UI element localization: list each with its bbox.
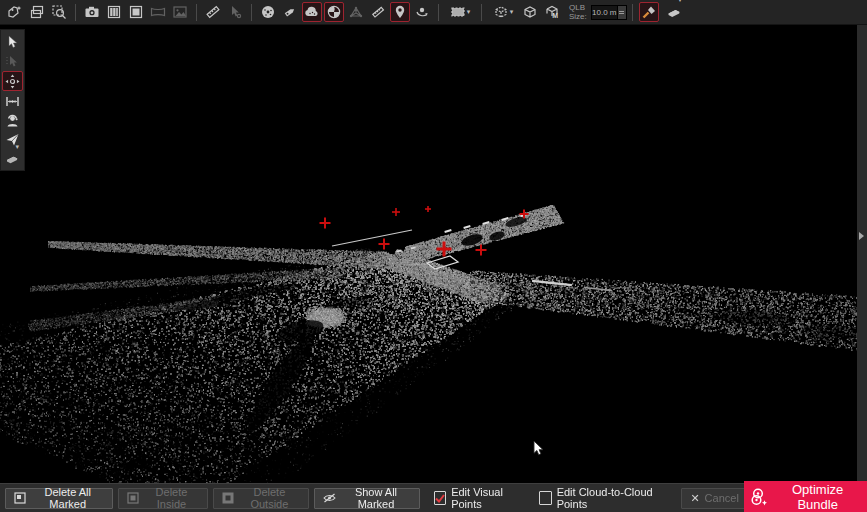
ruler-icon[interactable] xyxy=(368,2,388,22)
close-icon: ✕ xyxy=(690,492,699,505)
marker-pin-icon[interactable] xyxy=(390,2,410,22)
measure-icon[interactable] xyxy=(203,2,223,22)
disc-icon[interactable] xyxy=(258,2,278,22)
bundle-icon xyxy=(750,487,767,507)
image-icon[interactable] xyxy=(170,2,190,22)
toolbar-separator xyxy=(438,4,439,21)
clip-box-icon[interactable]: ▾ xyxy=(488,2,518,22)
select-pointer-icon[interactable] xyxy=(225,2,245,22)
qlb-size-input[interactable]: 10.0 m xyxy=(591,5,627,20)
edit-cloud-to-cloud-points-checkbox[interactable]: Edit Cloud-to-Cloud Points xyxy=(539,486,669,510)
rect-select-icon[interactable]: ▾ xyxy=(445,2,475,22)
show-all-marked-button[interactable]: Show All Marked xyxy=(314,488,420,509)
left-toolbar: ▾ xyxy=(0,29,25,171)
box-icon[interactable] xyxy=(520,2,540,22)
select-cursor-icon[interactable] xyxy=(3,33,22,51)
box-m-icon[interactable]: M xyxy=(542,2,562,22)
top-toolbar: ▾ ▾ M QLB Size: 10.0 m ▾ xyxy=(0,0,867,25)
toolbar-separator xyxy=(196,4,197,21)
calibration-sphere-icon[interactable] xyxy=(324,2,344,22)
checkbox-box xyxy=(434,491,446,505)
panel-expander-arrow[interactable] xyxy=(859,232,864,240)
spacing-measure-icon[interactable] xyxy=(3,92,22,110)
orbit-marker-icon[interactable] xyxy=(412,2,432,22)
delete-inside-button[interactable]: Delete Inside xyxy=(118,488,207,509)
paint-select-icon[interactable] xyxy=(639,2,659,22)
zoom-region-icon[interactable] xyxy=(49,2,69,22)
qlb-size-stepper[interactable] xyxy=(617,6,626,19)
checkbox-box xyxy=(539,491,551,505)
delete-outside-button[interactable]: Delete Outside xyxy=(213,488,310,509)
eraser-icon[interactable]: ▾ xyxy=(664,2,684,22)
toolbar-separator xyxy=(481,4,482,21)
point-cloud-canvas[interactable] xyxy=(0,25,867,483)
fly-navigation-icon[interactable] xyxy=(3,130,22,148)
point-cloud-viewport[interactable] xyxy=(0,25,867,483)
optimize-bundle-button[interactable]: Optimize Bundle xyxy=(744,481,867,512)
auto-tag-icon[interactable] xyxy=(5,2,25,22)
right-panel-strip xyxy=(857,25,867,483)
qlb-size-label: QLB Size: xyxy=(569,3,587,21)
eraser-tool-icon[interactable]: ▾ xyxy=(3,149,22,167)
mesh-icon[interactable] xyxy=(346,2,366,22)
move-tool-icon[interactable] xyxy=(2,71,23,91)
toolbar-separator xyxy=(632,4,633,21)
person-view-icon[interactable] xyxy=(3,111,22,129)
delete-all-marked-button[interactable]: Delete All Marked xyxy=(5,488,113,509)
edit-visual-points-checkbox[interactable]: Edit Visual Points xyxy=(434,486,525,510)
cascade-windows-icon[interactable] xyxy=(27,2,47,22)
cancel-button[interactable]: ✕ Cancel xyxy=(681,488,747,509)
toolbar-separator xyxy=(251,4,252,21)
camera-icon[interactable] xyxy=(82,2,102,22)
tag-icon[interactable] xyxy=(280,2,300,22)
split-view-icon[interactable] xyxy=(104,2,124,22)
svg-text:M: M xyxy=(552,12,558,19)
toolbar-separator xyxy=(75,4,76,21)
bottom-action-bar: Delete All Marked Delete Inside Delete O… xyxy=(0,483,867,512)
single-view-icon[interactable] xyxy=(126,2,146,22)
select-cursor-alt-icon[interactable] xyxy=(3,52,22,70)
point-cloud-icon[interactable] xyxy=(302,2,322,22)
panorama-icon[interactable] xyxy=(148,2,168,22)
